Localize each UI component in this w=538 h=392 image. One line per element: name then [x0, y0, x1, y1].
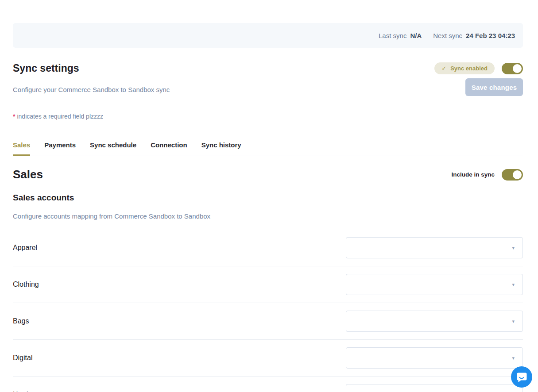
tab-bar: Sales Payments Sync schedule Connection …	[13, 141, 523, 155]
toggle-knob	[513, 170, 522, 179]
sync-enabled-badge-label: Sync enabled	[450, 65, 488, 72]
chat-launcher-button[interactable]	[511, 366, 532, 388]
account-category-label: Bags	[13, 317, 29, 325]
tab-connection[interactable]: Connection	[151, 141, 187, 155]
sync-enabled-badge: ✓ Sync enabled	[434, 62, 495, 74]
account-category-label: Digital	[13, 354, 32, 362]
page-subtitle: Configure your Commerce Sandbox to Sandb…	[13, 86, 170, 93]
divider	[13, 303, 523, 303]
page-header: Sync settings Configure your Commerce Sa…	[13, 62, 523, 120]
account-select-hardware[interactable]: ▾	[346, 384, 523, 392]
sales-section-title: Sales	[13, 168, 43, 181]
sync-enabled-toggle[interactable]	[502, 63, 523, 74]
page-header-left: Sync settings Configure your Commerce Sa…	[13, 62, 170, 120]
page-header-right: ✓ Sync enabled Save changes	[434, 62, 523, 96]
account-select-clothing[interactable]: ▾	[346, 274, 523, 295]
divider	[13, 376, 523, 377]
table-row: Bags ▾	[13, 311, 523, 332]
chevron-down-icon: ▾	[512, 282, 515, 287]
sales-accounts-title: Sales accounts	[13, 193, 523, 203]
sync-settings-page: Last sync N/A Next sync 24 Feb 23 04:23 …	[13, 23, 523, 392]
include-in-sync-toggle[interactable]	[502, 169, 523, 181]
check-icon: ✓	[441, 65, 446, 72]
sales-accounts-description: Configure accounts mapping from Commerce…	[13, 212, 523, 220]
table-row: Apparel ▾	[13, 237, 523, 258]
page-title: Sync settings	[13, 62, 170, 74]
tab-sales[interactable]: Sales	[13, 141, 30, 156]
chevron-down-icon: ▾	[512, 356, 515, 361]
account-category-label: Clothing	[13, 281, 39, 288]
account-select-bags[interactable]: ▾	[346, 311, 523, 332]
divider	[13, 266, 523, 266]
include-in-sync-controls: Include in sync	[451, 169, 523, 181]
required-asterisk: *	[13, 113, 15, 120]
tab-payments[interactable]: Payments	[44, 141, 76, 155]
account-select-apparel[interactable]: ▾	[346, 237, 523, 258]
sync-enabled-controls: ✓ Sync enabled	[434, 62, 523, 74]
last-sync-value: N/A	[410, 32, 422, 39]
chevron-down-icon: ▾	[512, 246, 515, 250]
chevron-down-icon: ▾	[512, 319, 515, 324]
divider	[13, 339, 523, 340]
sync-status-bar: Last sync N/A Next sync 24 Feb 23 04:23	[13, 23, 523, 48]
next-sync-label: Next sync	[433, 32, 462, 39]
account-select-digital[interactable]: ▾	[346, 347, 523, 369]
chat-bubble-icon	[516, 371, 527, 383]
tab-sync-history[interactable]: Sync history	[201, 141, 241, 155]
account-mapping-list: Apparel ▾ Clothing ▾ Bags ▾ Digital	[13, 237, 523, 392]
table-row: Clothing ▾	[13, 274, 523, 295]
save-changes-button[interactable]: Save changes	[465, 78, 523, 96]
table-row: Hardware ▾	[13, 384, 523, 392]
required-note-text: indicates a required field plzzzz	[17, 113, 103, 120]
next-sync-value: 24 Feb 23 04:23	[466, 32, 515, 39]
table-row: Digital ▾	[13, 347, 523, 369]
required-field-note: *indicates a required field plzzzz	[13, 113, 170, 120]
toggle-knob	[513, 64, 522, 73]
tab-sync-schedule[interactable]: Sync schedule	[90, 141, 136, 155]
sales-section-header: Sales Include in sync	[13, 168, 523, 181]
include-in-sync-label: Include in sync	[451, 171, 495, 178]
account-category-label: Apparel	[13, 244, 37, 252]
last-sync-label: Last sync	[379, 32, 406, 39]
